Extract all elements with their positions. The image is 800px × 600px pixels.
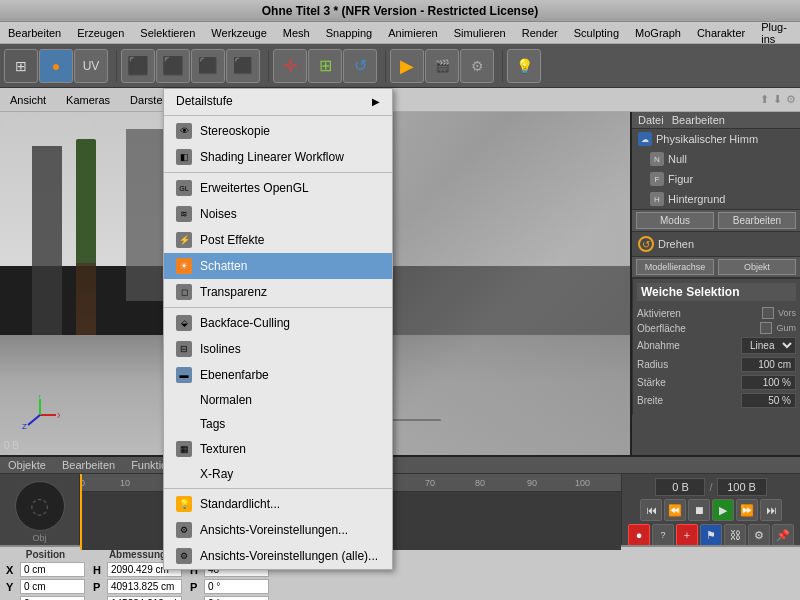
dd-noises[interactable]: ≋ Noises [164, 201, 392, 227]
dd-xray[interactable]: X-Ray [164, 462, 392, 486]
menu-erzeugen[interactable]: Erzeugen [69, 22, 132, 43]
tl-btn-play[interactable]: ▶ [712, 499, 734, 521]
toolbar-move-btn[interactable]: ✛ [273, 49, 307, 83]
scene-tab-datei[interactable]: Datei [638, 114, 664, 126]
toolbar-renderopt-btn[interactable]: ⚙ [460, 49, 494, 83]
tl-frame-end[interactable]: 100 B [717, 478, 767, 496]
dd-detailstufe[interactable]: Detailstufe ▶ [164, 89, 392, 113]
tl-settings-btn[interactable]: ⚙ [748, 524, 770, 546]
dd-ansichts-vor[interactable]: ⚙ Ansichts-Voreinstellungen... [164, 517, 392, 543]
soft-dropdown-abnahme[interactable]: Linear Quadratisch Kubisch [741, 337, 796, 354]
toolbar-plane-btn[interactable]: ⬛ [226, 49, 260, 83]
dropdown-menu[interactable]: Detailstufe ▶ 👁 Stereoskopie ◧ Shading L… [163, 88, 393, 570]
tl-playhead[interactable] [80, 474, 82, 550]
bearbeiten-btn[interactable]: Bearbeiten [718, 212, 796, 229]
dd-texturen[interactable]: ▦ Texturen [164, 436, 392, 462]
sb-icon1[interactable]: ⬆ [760, 93, 769, 106]
tl-menu-bearbeiten[interactable]: Bearbeiten [54, 457, 123, 473]
sb-kameras[interactable]: Kameras [56, 88, 120, 111]
scene-tab-bearbeiten[interactable]: Bearbeiten [672, 114, 725, 126]
tl-key-btn[interactable]: ⚑ [700, 524, 722, 546]
tl-menu-objekte[interactable]: Objekte [0, 457, 54, 473]
scene-item-null[interactable]: N Null [632, 149, 800, 169]
dd-normalen[interactable]: Normalen [164, 388, 392, 412]
soft-input-breite[interactable] [741, 393, 796, 408]
toolbar-light-btn[interactable]: 💡 [507, 49, 541, 83]
dd-tags[interactable]: Tags [164, 412, 392, 436]
tl-snap-btn[interactable]: 📌 [772, 524, 794, 546]
soft-input-radius[interactable] [741, 357, 796, 372]
menu-charakter[interactable]: Charakter [689, 22, 753, 43]
sb-icon2[interactable]: ⬇ [773, 93, 782, 106]
size-p-input[interactable] [107, 579, 182, 594]
menu-render[interactable]: Render [514, 22, 566, 43]
dd-ansichts-vor-alle[interactable]: ⚙ Ansichts-Voreinstellungen (alle)... [164, 543, 392, 569]
modellierachse-btn[interactable]: Modellierachse [636, 259, 714, 275]
dd-transparenz[interactable]: ◻ Transparenz [164, 279, 392, 305]
menu-bearbeiten[interactable]: Bearbeiten [0, 22, 69, 43]
sb-icon3[interactable]: ⚙ [786, 93, 796, 106]
objekt-btn[interactable]: Objekt [718, 259, 796, 275]
menu-skript[interactable]: Skript [795, 22, 800, 43]
menu-mograph[interactable]: MoGraph [627, 22, 689, 43]
pos-x-input[interactable] [20, 562, 85, 577]
toolbar-sculpt-btn[interactable]: ● [39, 49, 73, 83]
dd-icon-stereoskopie: 👁 [176, 123, 192, 139]
toolbar-scale-btn[interactable]: ⊞ [308, 49, 342, 83]
tl-record-btn[interactable]: ● [628, 524, 650, 546]
tl-plus-btn[interactable]: + [676, 524, 698, 546]
pos-z-input[interactable] [20, 596, 85, 600]
soft-check-aktivieren[interactable] [762, 307, 774, 319]
scene-item-figur[interactable]: F Figur [632, 169, 800, 189]
dd-post[interactable]: ⚡ Post Effekte [164, 227, 392, 253]
menu-selektieren[interactable]: Selektieren [132, 22, 203, 43]
dd-ebenenfarbe[interactable]: ▬ Ebenenfarbe [164, 362, 392, 388]
soft-check-oberflaeche[interactable] [760, 322, 772, 334]
dd-shading[interactable]: ◧ Shading Linearer Workflow [164, 144, 392, 170]
dd-schatten[interactable]: ☀ Schatten [164, 253, 392, 279]
dd-backface[interactable]: ⬙ Backface-Culling [164, 310, 392, 336]
toolbar-renderqueue-btn[interactable]: 🎬 [425, 49, 459, 83]
toolbar-rotate-btn[interactable]: ↺ [343, 49, 377, 83]
menu-plugins[interactable]: Plug-ins [753, 22, 795, 43]
pos-y-input[interactable] [20, 579, 85, 594]
menu-werkzeuge[interactable]: Werkzeuge [203, 22, 274, 43]
scene-item-hintergrund[interactable]: H Hintergrund [632, 189, 800, 209]
sb-ansicht[interactable]: Ansicht [0, 88, 56, 111]
scene-label-himmel: Physikalischer Himm [656, 133, 758, 145]
tl-btn-next[interactable]: ⏩ [736, 499, 758, 521]
toolbar-cylinder-btn[interactable]: ⬛ [191, 49, 225, 83]
toolbar-model-btn[interactable]: ⊞ [4, 49, 38, 83]
scene-item-himmel[interactable]: ☁ Physikalischer Himm [632, 129, 800, 149]
tl-btn-start[interactable]: ⏮ [640, 499, 662, 521]
soft-label-staerke: Stärke [637, 377, 741, 388]
toolbar-uv-btn[interactable]: UV [74, 49, 108, 83]
rot-b-input[interactable] [204, 596, 269, 600]
tl-frame-display[interactable]: 0 B [655, 478, 705, 496]
tl-chain-btn[interactable]: ⛓ [724, 524, 746, 546]
dd-opengl[interactable]: GL Erweitertes OpenGL [164, 175, 392, 201]
tl-btn-end[interactable]: ⏭ [760, 499, 782, 521]
menu-sculpting[interactable]: Sculpting [566, 22, 627, 43]
toolbar-sphere-btn[interactable]: ⬛ [156, 49, 190, 83]
modus-btn[interactable]: Modus [636, 212, 714, 229]
dd-stereoskopie[interactable]: 👁 Stereoskopie [164, 118, 392, 144]
svg-line-2 [28, 415, 40, 425]
menu-mesh[interactable]: Mesh [275, 22, 318, 43]
soft-row-abnahme: Abnahme Linear Quadratisch Kubisch [637, 337, 796, 354]
toolbar-render-btn[interactable]: ▶ [390, 49, 424, 83]
soft-row-breite: Breite [637, 393, 796, 408]
size-b-input[interactable] [107, 596, 182, 600]
rot-p-input[interactable] [204, 579, 269, 594]
menu-snapping[interactable]: Snapping [318, 22, 381, 43]
menu-simulieren[interactable]: Simulieren [446, 22, 514, 43]
menu-animieren[interactable]: Animieren [380, 22, 446, 43]
tl-btn-prev[interactable]: ⏪ [664, 499, 686, 521]
dd-standardlicht[interactable]: 💡 Standardlicht... [164, 491, 392, 517]
tl-btn-stop[interactable]: ⏹ [688, 499, 710, 521]
tl-question-btn[interactable]: ? [652, 524, 674, 546]
soft-input-staerke[interactable] [741, 375, 796, 390]
dd-isolines[interactable]: ⊟ Isolines [164, 336, 392, 362]
toolbar-cube-btn[interactable]: ⬛ [121, 49, 155, 83]
dd-icon-shading: ◧ [176, 149, 192, 165]
